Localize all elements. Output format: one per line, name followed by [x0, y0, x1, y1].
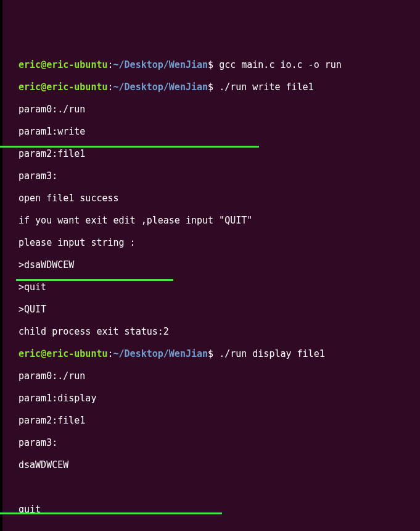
annotation-underline	[0, 146, 259, 148]
prompt-dollar: $	[208, 348, 219, 359]
output-line: param1:display	[19, 393, 415, 404]
output-line: child process exit status:2	[19, 326, 415, 337]
prompt-user: eric@eric-ubuntu	[19, 348, 108, 359]
output-line: param2:file1	[19, 148, 415, 159]
output-line: param0:./run	[19, 370, 415, 382]
prompt-sep: :	[108, 59, 113, 70]
output-line	[19, 526, 415, 531]
terminal-window[interactable]: eric@eric-ubuntu:~/Desktop/WenJian$ gcc …	[0, 0, 420, 531]
annotation-underline	[0, 512, 222, 514]
output-line: param0:./run	[19, 104, 415, 115]
output-line: please input string :	[19, 237, 415, 248]
prompt-path: ~/Desktop/WenJian	[113, 348, 208, 359]
output-line: dsaWDWCEW	[19, 459, 415, 470]
prompt-dollar: $	[208, 82, 219, 93]
output-line: if you want exit edit ,please input "QUI…	[19, 215, 415, 226]
prompt-user: eric@eric-ubuntu	[19, 82, 108, 93]
prompt-sep: :	[108, 348, 113, 359]
output-line: >QUIT	[19, 304, 415, 315]
output-line: >quit	[19, 282, 415, 293]
terminal-content: eric@eric-ubuntu:~/Desktop/WenJian$ gcc …	[19, 37, 415, 531]
annotation-underline	[16, 279, 173, 281]
output-line: open file1 success	[19, 193, 415, 204]
prompt-dollar: $	[208, 59, 219, 70]
output-line: param1:write	[19, 126, 415, 137]
prompt-path: ~/Desktop/WenJian	[113, 59, 208, 70]
output-line: >dsaWDWCEW	[19, 259, 415, 270]
command-text: ./run write file1	[219, 82, 314, 93]
output-line: param2:file1	[19, 415, 415, 426]
command-text: ./run display file1	[219, 348, 325, 359]
output-line	[19, 482, 415, 493]
output-line: param3:	[19, 170, 415, 182]
window-left-edge	[0, 0, 11, 531]
output-line: param3:	[19, 437, 415, 448]
prompt-path: ~/Desktop/WenJian	[113, 82, 208, 93]
prompt-sep: :	[108, 82, 113, 93]
command-text: gcc main.c io.c -o run	[219, 59, 342, 70]
prompt-user: eric@eric-ubuntu	[19, 59, 108, 70]
